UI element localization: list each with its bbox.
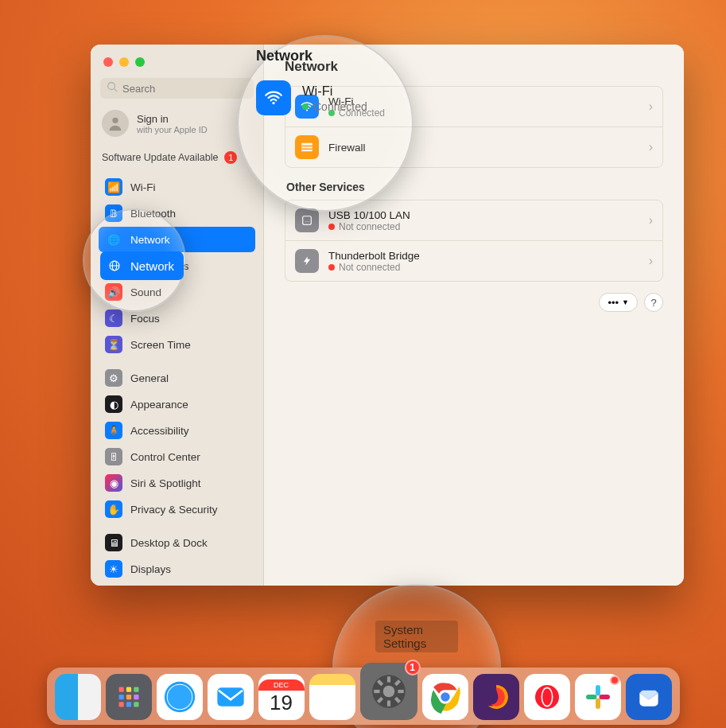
sidebar-item-accessibility[interactable]: 🧍Accessibility <box>99 418 255 443</box>
sidebar-item-displays[interactable]: ☀Displays <box>99 556 255 582</box>
dock-tooltip: System Settings <box>375 621 458 652</box>
software-update-row[interactable]: Software Update Available 1 <box>91 145 263 170</box>
calendar-day: 19 <box>270 691 293 715</box>
system-settings-window: Sign in with your Apple ID Software Upda… <box>91 45 684 586</box>
service-icon: ⋯ <box>295 208 319 232</box>
svg-point-44 <box>542 688 552 706</box>
chevron-right-icon: › <box>649 99 653 114</box>
service-status: Not connected <box>339 262 400 273</box>
dock-app-notes[interactable] <box>309 674 355 720</box>
sign-in-row[interactable]: Sign in with your Apple ID <box>91 102 263 145</box>
service-name: Thunderbolt Bridge <box>328 250 420 262</box>
svg-line-1 <box>115 89 118 92</box>
other-services-card: ⋯USB 10/100 LANNot connected›Thunderbolt… <box>285 200 663 282</box>
sidebar-item-network[interactable]: 🌐Network <box>99 227 255 252</box>
calendar-month: DEC <box>258 679 305 691</box>
sidebar-item-label: Notifications <box>130 260 189 272</box>
service-icon <box>295 95 319 119</box>
search-field[interactable] <box>100 78 254 99</box>
bt-icon: 𝔹 <box>105 204 122 222</box>
help-button[interactable]: ? <box>644 293 663 312</box>
hand-icon: ✋ <box>105 500 122 518</box>
service-icon <box>295 249 319 273</box>
minimize-button[interactable] <box>119 57 129 67</box>
svg-rect-19 <box>118 702 123 707</box>
more-actions-button[interactable]: •••▼ <box>599 293 638 312</box>
dock-app-safari[interactable] <box>157 674 203 720</box>
dock-app-finder[interactable] <box>55 674 101 720</box>
service-row-usb-10-100-lan[interactable]: ⋯USB 10/100 LANNot connected› <box>285 200 662 240</box>
dock-app-opera[interactable] <box>524 674 570 720</box>
search-icon <box>107 81 118 95</box>
service-name: Firewall <box>328 142 366 154</box>
dock-app-chrome[interactable] <box>422 674 468 720</box>
sidebar-item-siri-spotlight[interactable]: ◉Siri & Spotlight <box>99 470 255 496</box>
sidebar-item-sound[interactable]: 🔊Sound <box>99 279 255 305</box>
sidebar-item-label: Bluetooth <box>130 208 176 220</box>
svg-point-2 <box>112 118 118 123</box>
service-name: Wi-Fi <box>328 95 385 107</box>
dock-app-mail[interactable] <box>208 674 254 720</box>
svg-point-24 <box>167 685 192 710</box>
other-services-label: Other Services <box>286 181 662 193</box>
sidebar-item-appearance[interactable]: ◐Appearance <box>99 391 255 417</box>
sidebar-item-label: Screen Time <box>130 339 191 351</box>
dock-app-firefox[interactable] <box>473 674 519 720</box>
main-content: Network Wi-FiConnected›Firewall› Other S… <box>264 45 684 586</box>
svg-rect-16 <box>118 695 123 699</box>
sidebar-item-label: Focus <box>130 313 160 325</box>
sidebar-item-privacy-security[interactable]: ✋Privacy & Security <box>99 496 255 522</box>
window-controls <box>91 51 263 75</box>
svg-rect-48 <box>599 695 610 699</box>
sidebar-item-label: Accessibility <box>130 425 189 437</box>
dock-app-thunderbird[interactable] <box>626 674 672 720</box>
sidebar-item-bluetooth[interactable]: 𝔹Bluetooth <box>99 200 255 226</box>
wifi-icon: 📶 <box>105 178 122 196</box>
sidebar-item-notifications[interactable]: 🔔Notifications <box>99 253 255 278</box>
service-row-wi-fi[interactable]: Wi-FiConnected› <box>285 87 662 127</box>
sidebar-item-wi-fi[interactable]: 📶Wi-Fi <box>99 174 255 200</box>
sidebar-item-desktop-dock[interactable]: 🖥Desktop & Dock <box>99 530 255 555</box>
close-button[interactable] <box>103 57 113 67</box>
dock-app-calendar[interactable]: DEC19 <box>258 674 305 720</box>
sidebar: Sign in with your Apple ID Software Upda… <box>91 45 264 586</box>
update-badge: 1 <box>224 151 237 164</box>
dock-settings-badge: 1 <box>405 660 421 675</box>
sidebar-item-label: Control Center <box>130 451 200 463</box>
svg-rect-47 <box>596 699 600 710</box>
svg-rect-18 <box>134 695 138 699</box>
service-row-thunderbolt-bridge[interactable]: Thunderbolt BridgeNot connected› <box>285 240 662 281</box>
chevron-down-icon: ▼ <box>622 298 629 306</box>
sidebar-item-focus[interactable]: ☾Focus <box>99 306 255 331</box>
svg-rect-17 <box>126 695 130 699</box>
service-status: Not connected <box>339 221 400 232</box>
service-name: USB 10/100 LAN <box>328 209 410 221</box>
chevron-right-icon: › <box>649 140 653 154</box>
dock-app-launchpad[interactable] <box>106 674 152 720</box>
svg-point-0 <box>108 83 115 90</box>
speaker-icon: 🔊 <box>105 283 122 301</box>
access-icon: 🧍 <box>105 422 122 439</box>
svg-rect-27 <box>217 687 243 706</box>
svg-point-3 <box>306 109 308 111</box>
sidebar-item-screen-time[interactable]: ⏳Screen Time <box>99 332 255 357</box>
sidebar-item-general[interactable]: ⚙General <box>99 365 255 391</box>
siri-icon: ◉ <box>105 474 122 492</box>
svg-rect-21 <box>134 702 138 707</box>
sidebar-item-control-center[interactable]: 🎚Control Center <box>99 444 255 469</box>
svg-point-29 <box>382 686 394 698</box>
zoom-button[interactable] <box>135 57 145 67</box>
primary-services-card: Wi-FiConnected›Firewall› <box>285 86 663 168</box>
search-input[interactable] <box>122 83 247 95</box>
cc-icon: 🎚 <box>105 448 122 465</box>
svg-rect-13 <box>118 687 123 692</box>
sidebar-item-label: General <box>130 372 169 384</box>
sidebar-item-label: Privacy & Security <box>130 504 218 516</box>
service-row-firewall[interactable]: Firewall› <box>285 127 662 167</box>
dock-app-system-settings[interactable]: 1 <box>360 663 417 720</box>
status-dot-icon <box>328 110 335 116</box>
dock-app-slack[interactable] <box>575 674 621 720</box>
sidebar-item-label: Sound <box>130 286 161 298</box>
svg-rect-14 <box>126 687 130 692</box>
sidebar-item-label: Siri & Spotlight <box>130 477 201 489</box>
